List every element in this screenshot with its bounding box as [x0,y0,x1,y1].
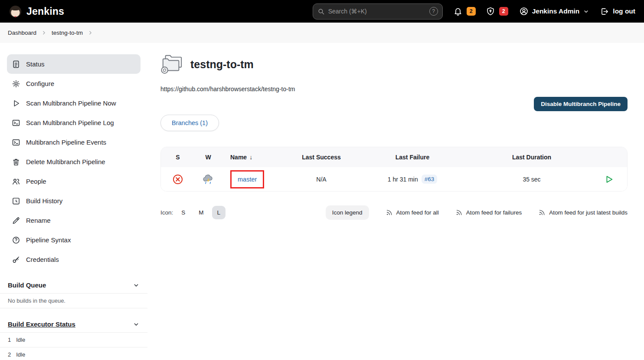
build-queue-empty: No builds in the queue. [0,293,147,308]
sidebar: Status Configure Scan Multibranch Pipeli… [0,43,147,360]
security-shield-icon[interactable] [486,7,495,16]
col-header-weather[interactable]: W [195,154,222,161]
people-icon [12,177,20,186]
question-circle-icon [12,236,20,244]
logout-icon [600,7,609,16]
key-icon [12,255,20,264]
terminal-icon [12,119,20,127]
atom-feed-latest-link[interactable]: Atom feed for just latest builds [538,209,628,216]
sidebar-item-delete-pipeline[interactable]: Delete Multibranch Pipeline [7,152,141,172]
icon-size-small-button[interactable]: S [176,206,190,219]
sidebar-item-label: Scan Multibranch Pipeline Now [26,99,116,107]
sidebar-item-pipeline-events[interactable]: Multibranch Pipeline Events [7,132,141,152]
terminal-events-icon [12,138,20,147]
breadcrumb: Dashboard testng-to-tm [0,23,644,43]
logout-label: log out [613,7,635,15]
executor-state: Idle [16,337,25,343]
last-failure-time: 1 hr 31 min [388,176,418,183]
sidebar-item-build-history[interactable]: Build History [7,191,141,211]
feeds-group: Icon legend Atom feed for all Atom feed … [326,205,628,220]
last-duration-cell: 35 sec [473,176,590,183]
executor-row: 2 Idle [0,347,147,360]
sidebar-item-credentials[interactable]: Credentials [7,250,141,269]
disable-multibranch-pipeline-button[interactable]: Disable Multibranch Pipeline [534,97,628,111]
executor-state: Idle [16,351,25,358]
sidebar-item-pipeline-syntax[interactable]: Pipeline Syntax [7,230,141,250]
notifications-bell-icon[interactable] [453,7,463,16]
sidebar-item-label: People [26,178,46,185]
search-box[interactable]: ? [313,3,443,20]
chevron-down-icon [133,321,140,328]
user-menu[interactable]: Jenkins Admin [519,7,590,16]
pencil-icon [12,216,20,225]
notifications-badge[interactable]: 2 [467,7,476,16]
sidebar-item-label: Delete Multibranch Pipeline [26,158,105,165]
sidebar-item-rename[interactable]: Rename [7,211,141,230]
atom-feed-latest-label: Atom feed for just latest builds [549,209,628,216]
top-actions: 2 2 Jenkins Admin [453,7,635,16]
icon-size-large-button[interactable]: L [212,206,226,219]
trash-icon [12,158,20,166]
search-icon [317,8,325,15]
sidebar-item-label: Multibranch Pipeline Events [26,139,106,146]
sidebar-item-label: Configure [26,80,54,87]
breadcrumb-dashboard[interactable]: Dashboard [8,30,36,36]
security-badge[interactable]: 2 [499,7,508,16]
branch-name-cell: master [222,170,291,188]
brand-name: Jenkins [26,6,64,17]
tab-branches[interactable]: Branches (1) [160,115,219,131]
logout-button[interactable]: log out [600,7,635,16]
sidebar-item-people[interactable]: People [7,172,141,191]
col-header-last-failure[interactable]: Last Failure [352,154,473,161]
col-header-status[interactable]: S [161,154,195,161]
top-bar: Jenkins ? 2 2 [0,0,644,23]
sidebar-item-label: Scan Multibranch Pipeline Log [26,119,114,126]
chevron-down-icon [133,282,140,289]
user-name: Jenkins Admin [532,7,580,15]
last-failure-cell: 1 hr 31 min #63 [352,175,473,184]
sidebar-item-scan-now[interactable]: Scan Multibranch Pipeline Now [7,93,141,113]
breadcrumb-chevron-icon[interactable] [88,30,93,36]
sidebar-item-status[interactable]: Status [7,54,141,74]
build-executor-panel: Build Executor Status 1 Idle 2 Idle [0,316,147,360]
icon-size-medium-button[interactable]: M [193,206,209,219]
weather-cell [195,173,222,185]
title-row: testng-to-tm [160,54,628,74]
table-footer-row: Icon: S M L Icon legend Atom feed for al… [160,205,628,220]
build-queue-title: Build Queue [8,281,46,289]
task-list: Status Configure Scan Multibranch Pipeli… [0,54,147,269]
play-icon [12,99,20,108]
sidebar-item-scan-log[interactable]: Scan Multibranch Pipeline Log [7,113,141,132]
search-help-icon[interactable]: ? [429,7,438,16]
rss-icon [538,209,546,216]
col-header-last-duration[interactable]: Last Duration [473,154,590,161]
sidebar-item-configure[interactable]: Configure [7,74,141,93]
build-status-cell[interactable] [161,174,195,185]
rss-icon [455,209,463,216]
table-header-row: S W Name ↓ Last Success Last Failure Las… [161,147,627,167]
build-failed-icon [172,174,183,185]
sidebar-item-label: Pipeline Syntax [26,236,71,244]
run-build-icon[interactable] [604,175,614,184]
name-header-label: Name [230,154,247,161]
search-input[interactable] [328,8,426,15]
col-header-last-success[interactable]: Last Success [291,154,352,161]
atom-feed-all-link[interactable]: Atom feed for all [386,209,439,216]
build-queue-panel: Build Queue No builds in the queue. [0,277,147,308]
last-success-cell: N/A [291,176,352,183]
breadcrumb-job[interactable]: testng-to-tm [52,30,83,36]
build-number-link[interactable]: #63 [422,175,438,184]
icon-legend-button[interactable]: Icon legend [326,205,369,220]
build-executor-header[interactable]: Build Executor Status [0,316,147,332]
gear-icon [12,79,20,88]
sidebar-item-label: Status [26,60,45,68]
build-queue-header[interactable]: Build Queue [0,277,147,293]
status-document-icon [12,60,20,69]
atom-feed-all-label: Atom feed for all [396,209,439,216]
atom-feed-failures-link[interactable]: Atom feed for failures [455,209,522,216]
jenkins-butler-icon [9,5,22,18]
jenkins-logo[interactable]: Jenkins [9,5,64,18]
sidebar-item-label: Credentials [26,256,59,263]
col-header-name[interactable]: Name ↓ [222,154,291,161]
branch-link-master[interactable]: master [238,176,257,183]
